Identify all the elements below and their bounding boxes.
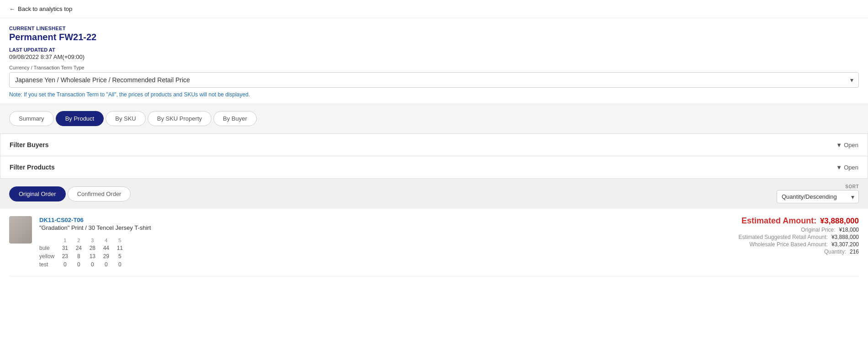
original-order-tab[interactable]: Original Order bbox=[9, 186, 66, 201]
tab-by-sku[interactable]: By SKU bbox=[106, 111, 146, 126]
last-updated-label: Last Updated At bbox=[9, 47, 859, 53]
tab-by-sku-property[interactable]: By SKU Property bbox=[148, 111, 212, 126]
estimated-amount-value: ¥3,888,000 bbox=[820, 217, 859, 225]
grid-test-4: 0 bbox=[99, 260, 113, 269]
product-thumbnail-image bbox=[9, 216, 32, 244]
grid-test-3: 0 bbox=[85, 260, 99, 269]
grid-header-row: 1 2 3 4 5 bbox=[39, 237, 127, 244]
grid-row-bule: bule 31 24 28 44 11 bbox=[39, 244, 127, 252]
filter-buyers-section: Filter Buyers ▼ Open bbox=[0, 133, 868, 156]
grid-test-1: 0 bbox=[58, 260, 72, 269]
filter-products-action-label: Open bbox=[844, 164, 858, 171]
tabs-section: Summary By Product By SKU By SKU Propert… bbox=[0, 104, 868, 133]
grid-yellow-3: 13 bbox=[85, 252, 99, 260]
grid-header-5: 5 bbox=[113, 237, 127, 244]
estimated-amount-row: Estimated Amount: ¥3,888,000 bbox=[713, 216, 859, 226]
order-tabs: Original Order Confirmed Order bbox=[9, 186, 131, 201]
grid-bule-4: 44 bbox=[99, 244, 113, 252]
estimated-amount-label: Estimated Amount: bbox=[741, 216, 816, 225]
original-price-row: Original Price: ¥18,000 bbox=[713, 227, 859, 233]
currency-label: Currency / Transaction Term Type bbox=[9, 65, 859, 70]
grid-yellow-5: 5 bbox=[113, 252, 127, 260]
wholesale-label: Wholesale Price Based Amount: bbox=[750, 241, 828, 248]
header-section: Current Linesheet Permanent FW21-22 Last… bbox=[0, 18, 868, 104]
filter-buyers-open-btn[interactable]: ▼ Open bbox=[836, 142, 858, 148]
filter-products-title: Filter Products bbox=[10, 164, 55, 171]
grid-bule-5: 11 bbox=[113, 244, 127, 252]
product-sku-link[interactable]: DK11-CS02-T06 bbox=[39, 217, 84, 223]
chevron-down-icon-2: ▼ bbox=[836, 164, 842, 171]
back-link-label: Back to analytics top bbox=[18, 5, 72, 12]
product-name: "Gradation" Print / 30 Tencel Jersey T-s… bbox=[39, 224, 705, 231]
last-updated-value: 09/08/2022 8:37 AM(+09:00) bbox=[9, 53, 859, 60]
wholesale-row: Wholesale Price Based Amount: ¥3,307,200 bbox=[713, 241, 859, 248]
grid-yellow-4: 29 bbox=[99, 252, 113, 260]
product-size-grid: 1 2 3 4 5 bule 31 24 28 44 11 bbox=[39, 237, 127, 269]
grid-bule-3: 28 bbox=[85, 244, 99, 252]
grid-bule-2: 24 bbox=[72, 244, 85, 252]
grid-yellow-1: 23 bbox=[58, 252, 72, 260]
grid-color-bule: bule bbox=[39, 244, 58, 252]
quantity-value: 216 bbox=[850, 249, 859, 255]
sort-label: SORT bbox=[845, 184, 859, 189]
tab-by-buyer[interactable]: By Buyer bbox=[213, 111, 257, 126]
currency-select[interactable]: Japanese Yen / Wholesale Price / Recomme… bbox=[9, 72, 859, 88]
wholesale-value: ¥3,307,200 bbox=[831, 241, 859, 248]
grid-row-yellow: yellow 23 8 13 29 5 bbox=[39, 252, 127, 260]
grid-header-2: 2 bbox=[72, 237, 85, 244]
grid-header-3: 3 bbox=[85, 237, 99, 244]
grid-test-5: 0 bbox=[113, 260, 127, 269]
grid-yellow-2: 8 bbox=[72, 252, 85, 260]
filter-products-open-btn[interactable]: ▼ Open bbox=[836, 164, 858, 171]
grid-row-test: test 0 0 0 0 0 bbox=[39, 260, 127, 269]
grid-header-4: 4 bbox=[99, 237, 113, 244]
filter-buyers-title: Filter Buyers bbox=[10, 141, 49, 148]
grid-header-1: 1 bbox=[58, 237, 72, 244]
linesheet-title: Permanent FW21-22 bbox=[9, 32, 859, 42]
product-list: DK11-CS02-T06 "Gradation" Print / 30 Ten… bbox=[0, 209, 868, 276]
sort-select-wrapper[interactable]: Quantity/DescendingQuantity/AscendingAmo… bbox=[777, 190, 859, 203]
back-to-analytics-link[interactable]: ← Back to analytics top bbox=[0, 0, 868, 18]
back-arrow-icon: ← bbox=[9, 5, 15, 12]
grid-color-yellow: yellow bbox=[39, 252, 58, 260]
currency-note: Note: If you set the Transaction Term to… bbox=[9, 91, 859, 98]
quantity-label: Quantity: bbox=[824, 249, 846, 255]
grid-bule-1: 31 bbox=[58, 244, 72, 252]
tab-summary[interactable]: Summary bbox=[9, 111, 54, 126]
original-price-value: ¥18,000 bbox=[839, 227, 859, 233]
product-item: DK11-CS02-T06 "Gradation" Print / 30 Ten… bbox=[9, 209, 859, 276]
original-price-label: Original Price: bbox=[801, 227, 835, 233]
currency-select-wrapper[interactable]: Japanese Yen / Wholesale Price / Recomme… bbox=[9, 72, 859, 88]
filter-products-section: Filter Products ▼ Open bbox=[0, 156, 868, 179]
grid-color-test: test bbox=[39, 260, 58, 269]
product-thumbnail bbox=[9, 216, 32, 244]
estimated-suggested-label: Estimated Suggested Retail Amount: bbox=[738, 234, 827, 240]
sort-select[interactable]: Quantity/DescendingQuantity/AscendingAmo… bbox=[777, 190, 859, 203]
chevron-down-icon: ▼ bbox=[836, 142, 842, 148]
current-linesheet-label: Current Linesheet bbox=[9, 26, 859, 31]
filter-buyers-action-label: Open bbox=[844, 142, 858, 148]
sort-section: SORT Quantity/DescendingQuantity/Ascendi… bbox=[777, 184, 859, 203]
product-grid: 1 2 3 4 5 bule 31 24 28 44 11 bbox=[39, 237, 705, 269]
grid-header-color bbox=[39, 237, 58, 244]
product-info: DK11-CS02-T06 "Gradation" Print / 30 Ten… bbox=[39, 216, 705, 269]
estimated-suggested-row: Estimated Suggested Retail Amount: ¥3,88… bbox=[713, 234, 859, 240]
confirmed-order-tab[interactable]: Confirmed Order bbox=[68, 186, 131, 201]
product-amounts: Estimated Amount: ¥3,888,000 Original Pr… bbox=[713, 216, 859, 269]
grid-test-2: 0 bbox=[72, 260, 85, 269]
tab-by-product[interactable]: By Product bbox=[56, 111, 104, 126]
order-controls: Original Order Confirmed Order SORT Quan… bbox=[0, 179, 868, 209]
estimated-suggested-value: ¥3,888,000 bbox=[831, 234, 859, 240]
quantity-row: Quantity: 216 bbox=[713, 249, 859, 255]
